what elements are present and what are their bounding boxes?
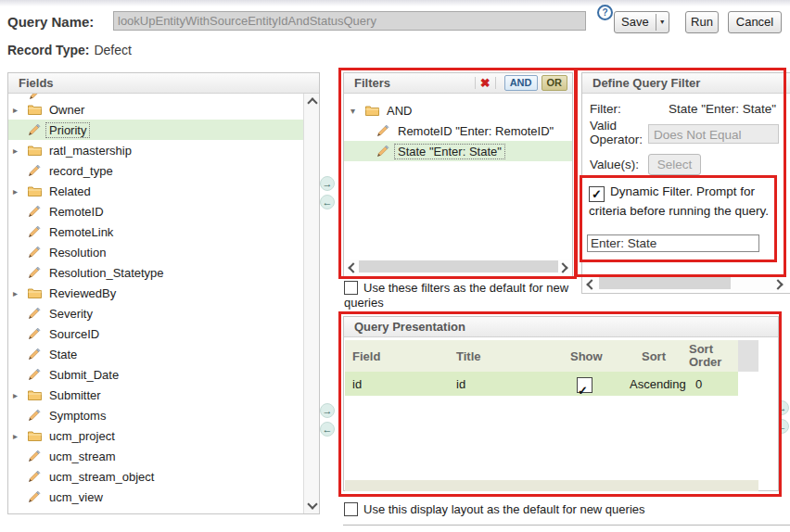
fields-tree-item-ucm_stream[interactable]: ucm_stream <box>8 446 304 466</box>
expand-icon[interactable]: ▸ <box>8 105 28 115</box>
scroll-down-icon[interactable] <box>307 499 317 509</box>
column-header-field: Field <box>352 349 380 363</box>
field-label: Resolution_Statetype <box>46 266 167 280</box>
fields-tree-item-ucm_stream_object[interactable]: ucm_stream_object <box>8 466 304 487</box>
presentation-default-option: Use this display layout as the default f… <box>344 502 780 517</box>
operator-label: Valid Operator: <box>590 119 647 146</box>
scroll-left-icon[interactable] <box>348 262 358 272</box>
pencil-icon <box>28 266 46 279</box>
filter-value: State "Enter: State" <box>669 102 776 116</box>
column-header-title: Title <box>456 349 481 363</box>
fields-tree-item-resolution[interactable]: Resolution <box>8 242 304 262</box>
filters-tree: ▾ AND RemoteID "Enter: RemoteID"State "E… <box>344 94 572 260</box>
scrollbar-thumb[interactable] <box>359 260 558 272</box>
fields-tree-item-related[interactable]: ▸Related <box>8 181 304 201</box>
pencil-icon <box>28 225 46 238</box>
presentation-panel-title: Query Presentation <box>354 317 465 336</box>
field-label: RemoteID <box>46 205 107 219</box>
define-hscrollbar[interactable] <box>584 276 785 291</box>
fields-tree-item-resolution_statetype[interactable]: Resolution_Statetype <box>8 262 304 283</box>
filters-default-checkbox[interactable] <box>344 281 358 295</box>
filters-default-label: Use these filters as the default for new… <box>344 281 568 310</box>
delete-filter-icon[interactable]: ✖ <box>480 74 491 93</box>
pencil-icon <box>28 307 46 320</box>
record-type: Record Type:Defect <box>7 43 132 57</box>
fields-tree-item-submitter[interactable]: ▸Submitter <box>8 385 304 405</box>
define-panel-title: Define Query Filter <box>592 73 700 93</box>
pencil-icon <box>28 205 46 218</box>
query-name-label: Query Name: <box>7 14 94 30</box>
help-icon[interactable]: ? <box>597 5 613 20</box>
filter-label: Filter: <box>590 102 621 116</box>
filters-tree-item[interactable]: State "Enter: State" <box>344 141 572 161</box>
fields-tree-item-severity[interactable]: Severity <box>8 303 304 323</box>
row-sort-cell[interactable]: Ascending <box>630 377 686 391</box>
filters-hscrollbar[interactable] <box>346 260 570 274</box>
remove-display-field-icon[interactable]: ← <box>320 422 335 437</box>
presentation-panel-header: Query Presentation <box>344 317 778 337</box>
and-button[interactable]: AND <box>504 75 538 91</box>
add-filter-icon[interactable]: → <box>320 176 335 191</box>
add-display-field-icon[interactable]: → <box>320 403 335 418</box>
filters-tree-root[interactable]: ▾ AND <box>344 100 572 120</box>
save-split-button[interactable]: Save ▼ <box>614 11 669 33</box>
dynamic-filter-option: ✓Dynamic Filter. Prompt for criteria bef… <box>589 183 776 220</box>
expand-icon[interactable]: ▸ <box>8 186 28 196</box>
fields-tree-item-remoteid[interactable]: RemoteID <box>8 201 304 222</box>
scrollbar-thumb[interactable] <box>599 277 731 289</box>
expand-icon[interactable]: ▸ <box>8 146 28 156</box>
define-query-filter-panel: Define Query Filter Filter: State "Enter… <box>581 72 790 294</box>
folder-icon <box>28 185 46 196</box>
expand-icon[interactable]: ▸ <box>8 288 28 298</box>
field-label: Resolution <box>46 246 108 260</box>
scroll-right-icon[interactable] <box>772 279 783 289</box>
fields-tree-item-state[interactable]: State <box>8 344 304 364</box>
dynamic-filter-checkbox[interactable]: ✓ <box>589 186 605 202</box>
fields-tree-item-reviewedby[interactable]: ▸ReviewedBy <box>8 283 304 303</box>
row-show-checkbox[interactable]: ✓ <box>577 377 592 393</box>
scroll-up-icon[interactable] <box>307 97 317 108</box>
filters-toolbar: ✖ AND OR <box>470 73 572 93</box>
filters-tree-item[interactable]: RemoteID "Enter: RemoteID" <box>344 120 572 141</box>
query-name-input[interactable] <box>113 11 586 31</box>
pencil-icon <box>28 348 46 361</box>
collapse-icon[interactable]: ▾ <box>344 106 365 116</box>
fields-tree-item-symptoms[interactable]: Symptoms <box>8 405 304 425</box>
bottom-divider <box>343 525 790 526</box>
fields-tree-item-submit_date[interactable]: Submit_Date <box>8 364 304 385</box>
define-panel-header: Define Query Filter <box>582 73 790 94</box>
presentation-default-checkbox[interactable] <box>344 502 358 516</box>
fields-scrollbar[interactable] <box>303 94 319 513</box>
operator-select[interactable]: Does Not Equal <box>648 124 779 144</box>
scroll-left-icon[interactable] <box>586 279 596 289</box>
expand-icon[interactable]: ▸ <box>8 431 28 441</box>
save-button[interactable]: Save <box>615 12 656 32</box>
scroll-right-icon[interactable] <box>557 262 567 272</box>
field-label: Symptoms <box>46 409 108 423</box>
filters-panel: Filters ✖ AND OR ▾ AND RemoteID "Enter: … <box>343 72 573 277</box>
select-values-button[interactable]: Select <box>648 154 701 175</box>
cancel-button[interactable]: Cancel <box>728 11 782 33</box>
fields-tree-item-remotelink[interactable]: RemoteLink <box>8 222 304 242</box>
or-button[interactable]: OR <box>542 75 568 91</box>
field-label: ratl_mastership <box>46 144 134 158</box>
table-row[interactable]: id id ✓ Ascending 0 <box>345 372 738 396</box>
row-sort-order-cell[interactable]: 0 <box>695 377 702 391</box>
field-label: ucm_project <box>46 429 118 443</box>
remove-filter-icon[interactable]: ← <box>320 195 335 209</box>
fields-tree-item-record_type[interactable]: record_type <box>8 160 304 181</box>
row-title-cell: id <box>456 377 465 391</box>
run-button[interactable]: Run <box>685 11 719 33</box>
fields-tree-item-ratl_mastership[interactable]: ▸ratl_mastership <box>8 140 304 160</box>
fields-tree-item-ucm_view[interactable]: ucm_view <box>8 487 304 507</box>
fields-tree-item-sourceid[interactable]: SourceID <box>8 323 304 344</box>
query-presentation-panel: Query Presentation Field Title Show Sort… <box>343 316 779 491</box>
fields-tree-item-priority[interactable]: Priority <box>8 120 304 140</box>
record-type-value: Defect <box>94 43 131 57</box>
fields-tree-item-ucm_project[interactable]: ▸ucm_project <box>8 425 304 446</box>
prompt-text-input[interactable] <box>587 234 759 252</box>
expand-icon[interactable]: ▸ <box>8 390 28 400</box>
save-dropdown-icon[interactable]: ▼ <box>656 12 669 32</box>
fields-tree-item-owner[interactable]: ▸Owner <box>8 99 304 120</box>
field-label: ucm_stream <box>46 450 119 463</box>
